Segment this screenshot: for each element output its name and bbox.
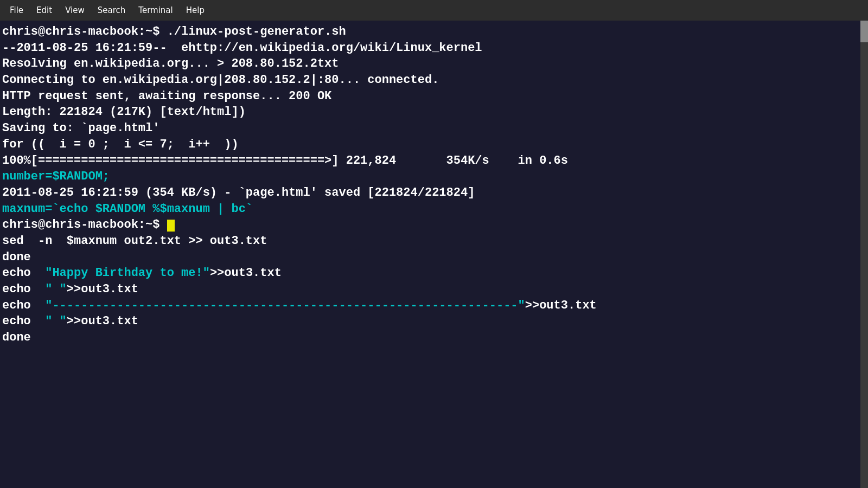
terminal-cursor: [167, 220, 175, 232]
terminal-line: maxnum=`echo $RANDOM %$maxnum | bc`: [2, 201, 866, 217]
terminal-line: 2011-08-25 16:21:59 (354 KB/s) - `page.h…: [2, 185, 866, 201]
menu-search[interactable]: Search: [92, 3, 131, 17]
scrollbar[interactable]: [860, 21, 868, 488]
terminal-line: --2011-08-25 16:21:59-- ehttp://en.wikip…: [2, 40, 866, 56]
terminal-line: sed -n $maxnum out2.txt >> out3.txt: [2, 233, 866, 249]
terminal-line: chris@chris-macbook:~$ ./linux-post-gene…: [2, 24, 866, 40]
terminal-line: echo " ">>out3.txt: [2, 313, 866, 330]
terminal-line: echo " ">>out3.txt: [2, 281, 866, 298]
menu-view[interactable]: View: [60, 3, 90, 17]
terminal-line: done: [2, 249, 866, 266]
terminal-line: chris@chris-macbook:~$: [2, 217, 866, 233]
terminal-line: 100%[===================================…: [2, 153, 866, 169]
menu-file[interactable]: File: [4, 3, 29, 17]
terminal-line: Connecting to en.wikipedia.org|208.80.15…: [2, 72, 866, 88]
menu-terminal[interactable]: Terminal: [133, 3, 178, 17]
terminal-line: for (( i = 0 ; i <= 7; i++ )): [2, 137, 866, 153]
terminal-line: echo "----------------------------------…: [2, 298, 866, 314]
terminal-line: echo "Happy Birthday to me!">>out3.txt: [2, 265, 866, 281]
terminal-line: done: [2, 330, 866, 346]
menu-edit[interactable]: Edit: [31, 3, 58, 17]
terminal-line: Length: 221824 (217K) [text/html]): [2, 104, 866, 120]
terminal-line: HTTP request sent, awaiting response... …: [2, 88, 866, 105]
terminal-body: chris@chris-macbook:~$ ./linux-post-gene…: [0, 21, 868, 488]
terminal-line: Resolving en.wikipedia.org... > 208.80.1…: [2, 56, 866, 72]
terminal-line: number=$RANDOM;: [2, 169, 866, 185]
terminal-line: Saving to: `page.html': [2, 120, 866, 137]
menubar: File Edit View Search Terminal Help: [0, 0, 868, 21]
scrollbar-thumb[interactable]: [860, 21, 868, 42]
menu-help[interactable]: Help: [181, 3, 210, 17]
